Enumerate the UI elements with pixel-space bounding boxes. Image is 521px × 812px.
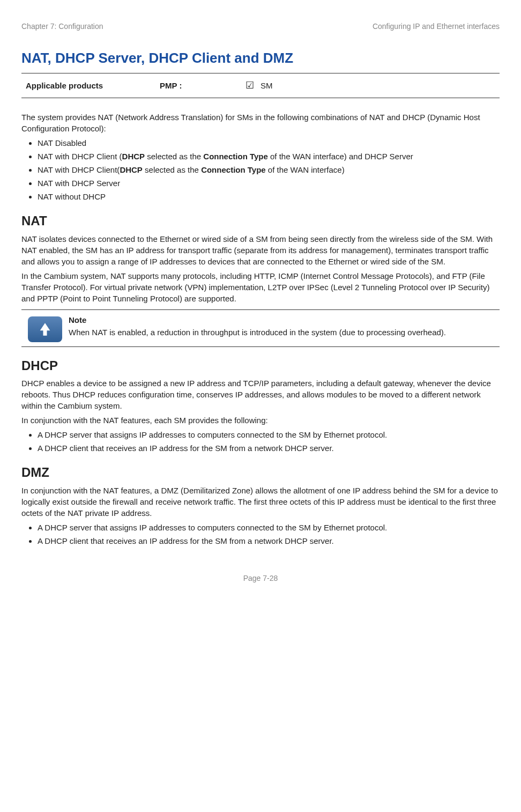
dmz-heading: DMZ [21,463,500,482]
check-icon: ☑ [245,79,254,92]
list-item: NAT with DHCP Client(DHCP selected as th… [38,164,500,175]
list-item: A DHCP server that assigns IP addresses … [38,522,500,533]
nat-paragraph-1: NAT isolates devices connected to the Et… [21,233,500,267]
applicable-product: SM [260,80,273,91]
note-icon [28,316,62,342]
header-left: Chapter 7: Configuration [21,21,103,32]
page-title: NAT, DHCP Server, DHCP Client and DMZ [21,48,500,68]
dmz-list: A DHCP server that assigns IP addresses … [21,522,500,547]
header-right: Configuring IP and Ethernet interfaces [373,21,500,32]
page-footer: Page 7-28 [21,573,500,584]
nat-heading: NAT [21,212,500,230]
applicable-pmp: PMP : [160,80,245,91]
intro-paragraph: The system provides NAT (Network Address… [21,112,500,134]
applicable-label: Applicable products [26,80,160,91]
list-item: NAT with DHCP Server [38,178,500,189]
dhcp-paragraph-1: DHCP enables a device to be assigned a n… [21,378,500,411]
dhcp-paragraph-2: In conjunction with the NAT features, ea… [21,415,500,426]
list-item: NAT Disabled [38,137,500,149]
list-item: NAT with DHCP Client (DHCP selected as t… [38,151,500,162]
note-label: Note [69,314,446,326]
note-text: When NAT is enabled, a reduction in thro… [69,328,446,337]
nat-paragraph-2: In the Cambium system, NAT supports many… [21,270,500,304]
dhcp-list: A DHCP server that assigns IP addresses … [21,429,500,454]
dmz-paragraph-1: In conjunction with the NAT features, a … [21,485,500,519]
list-item: A DHCP server that assigns IP addresses … [38,429,500,440]
list-item: NAT without DHCP [38,191,500,202]
intro-list: NAT Disabled NAT with DHCP Client (DHCP … [21,137,500,202]
applicable-products-block: Applicable products PMP : ☑ SM [21,73,500,98]
note-block: Note When NAT is enabled, a reduction in… [21,309,500,347]
list-item: A DHCP client that receives an IP addres… [38,535,500,547]
dhcp-heading: DHCP [21,357,500,375]
page-header: Chapter 7: Configuration Configuring IP … [21,21,500,32]
list-item: A DHCP client that receives an IP addres… [38,442,500,454]
